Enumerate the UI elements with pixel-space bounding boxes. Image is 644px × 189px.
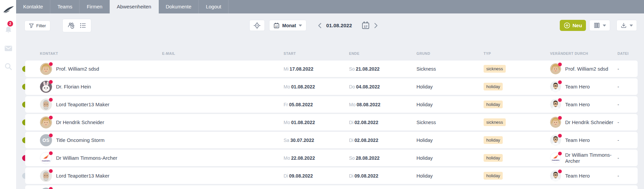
previous-period-button[interactable] [317, 22, 322, 29]
table-row[interactable]: Lord Teapotter13 Maker Di09.08.2022 Di09… [25, 167, 638, 184]
table-row[interactable]: Dr Hendrik Schneider Mo01.08.2022 Di02.0… [25, 114, 638, 130]
columns-settings-button[interactable] [589, 20, 610, 31]
contact-cell: Dr Hendrik Schneider [40, 116, 162, 128]
filter-button[interactable]: Filter [24, 21, 50, 31]
type-cell: sickness [484, 65, 550, 73]
contact-avatar [40, 170, 52, 182]
changed-by-cell: Team Hero [550, 135, 617, 146]
start-weekday: Mi [284, 66, 289, 72]
table-row[interactable]: Dr. Florian Hein Mo01.08.2022 Do04.08.20… [25, 78, 638, 95]
avatar-status-dot-icon [558, 116, 562, 120]
end-weekday: Di [349, 138, 353, 143]
contact-cell: Prof. William2 sdsd [40, 63, 162, 75]
column-header-ende[interactable]: ENDE [349, 51, 416, 55]
table-row[interactable]: OS Title Oncoming Storm Sa30.07.2022 Di0… [25, 132, 638, 148]
changed-by-avatar [550, 170, 561, 181]
end-weekday: Do [349, 84, 355, 89]
period-select[interactable]: 17 Monat [269, 20, 306, 31]
new-entry-button[interactable]: Neu [560, 20, 586, 31]
chevron-down-icon [299, 25, 302, 27]
changed-by-avatar [550, 152, 561, 163]
end-date: 02.08.2022 [354, 120, 378, 125]
column-header-email[interactable]: E-MAIL [162, 51, 284, 55]
status-indicator [22, 173, 25, 179]
contact-avatar [40, 188, 52, 189]
tab-firmen[interactable]: Firmen [80, 0, 110, 13]
file-cell: - [617, 137, 638, 143]
tab-logout[interactable]: Logout [199, 0, 229, 13]
mail-icon[interactable] [4, 44, 13, 53]
tab-dokumente[interactable]: Dokumente [159, 0, 199, 13]
view-toggle-group [62, 19, 91, 32]
reason-cell: Holiday [416, 155, 484, 161]
contact-name: Dr William Timmons-Archer [56, 155, 117, 161]
column-header-kontakt[interactable]: KONTAKT [40, 51, 162, 55]
tab-bar: KontakteTeamsFirmenAbwesenheitenDokument… [16, 0, 644, 13]
file-cell: - [617, 155, 638, 161]
tab-label: Firmen [87, 4, 102, 9]
calendar-17-icon[interactable]: 17 [361, 21, 370, 30]
tab-kontakte[interactable]: Kontakte [16, 0, 50, 13]
tab-label: Dokumente [166, 4, 192, 9]
column-header-veraendert-durch[interactable]: VERÄNDERT DURCH [550, 51, 617, 55]
status-indicator [22, 155, 25, 161]
type-cell: sickness [484, 118, 550, 126]
start-weekday: Di [284, 173, 288, 179]
table-row[interactable]: Dr William Timmons-Archer Mo22.08.2022 S… [25, 150, 638, 166]
left-sidebar: 2 [0, 0, 16, 189]
table-row[interactable]: Lord Teapotter13 Maker Fr05.08.2022 Mo08… [25, 96, 638, 113]
avatar-status-dot-icon [49, 169, 53, 173]
bell-icon[interactable] [4, 26, 13, 34]
end-cell: Do04.08.2022 [349, 84, 416, 90]
file-value: - [617, 155, 619, 161]
end-weekday: Di [349, 120, 353, 125]
type-badge: sickness [484, 118, 506, 126]
search-icon[interactable] [4, 62, 13, 71]
tab-teams[interactable]: Teams [50, 0, 80, 13]
avatar-status-dot-icon [49, 134, 53, 137]
svg-text:17: 17 [364, 25, 367, 28]
list-icon[interactable] [80, 22, 86, 29]
end-cell: So28.08.2022 [349, 155, 416, 161]
file-cell: - [617, 102, 638, 108]
changed-by-cell: Dr William Timmons-Archer [550, 152, 617, 164]
file-value: - [617, 66, 619, 72]
type-badge: holiday [484, 172, 503, 180]
column-header-start[interactable]: START [284, 51, 349, 55]
avatar-status-dot-icon [49, 98, 53, 102]
svg-text:17: 17 [275, 25, 278, 27]
start-date: 05.08.2022 [289, 102, 313, 107]
file-value: - [617, 84, 619, 89]
type-badge: holiday [484, 154, 503, 162]
changed-by-avatar [550, 99, 561, 110]
contact-name: Dr Hendrik Schneider [56, 119, 104, 125]
reason-value: Holiday [416, 155, 433, 161]
start-date: 01.08.2022 [291, 120, 315, 125]
changed-by-avatar [550, 81, 561, 92]
table-row[interactable]: Prof. William2 sdsd Mi17.08.2022 So21.08… [25, 61, 638, 77]
people-schedule-icon[interactable] [67, 22, 75, 29]
column-header-typ[interactable]: TYP [484, 51, 550, 55]
export-button[interactable] [616, 20, 637, 31]
changed-by-avatar [550, 63, 561, 74]
tab-abwesenheiten[interactable]: Abwesenheiten [110, 0, 159, 13]
avatar-status-dot-icon [558, 63, 562, 66]
contact-avatar: OS [40, 134, 52, 146]
file-value: - [617, 138, 619, 143]
notification-badge: 2 [7, 21, 13, 27]
column-header-datei[interactable]: DATEI [617, 51, 638, 55]
contact-name: Title Oncoming Storm [56, 137, 105, 143]
reason-cell: Holiday [416, 84, 484, 90]
end-cell: Mo08.08.2022 [349, 102, 416, 108]
start-weekday: Mo [284, 84, 290, 89]
changed-by-cell: Dr Hendrik Schneider [550, 117, 617, 128]
reason-value: Holiday [416, 173, 433, 179]
status-indicator [22, 119, 25, 125]
column-header-grund[interactable]: GRUND [416, 51, 484, 55]
start-weekday: Sa [284, 138, 289, 143]
locate-button[interactable] [249, 20, 265, 31]
changed-by-cell: Team Hero [550, 170, 617, 181]
next-period-button[interactable] [373, 22, 379, 29]
avatar-status-dot-icon [558, 134, 562, 138]
table-row[interactable] [25, 185, 638, 189]
